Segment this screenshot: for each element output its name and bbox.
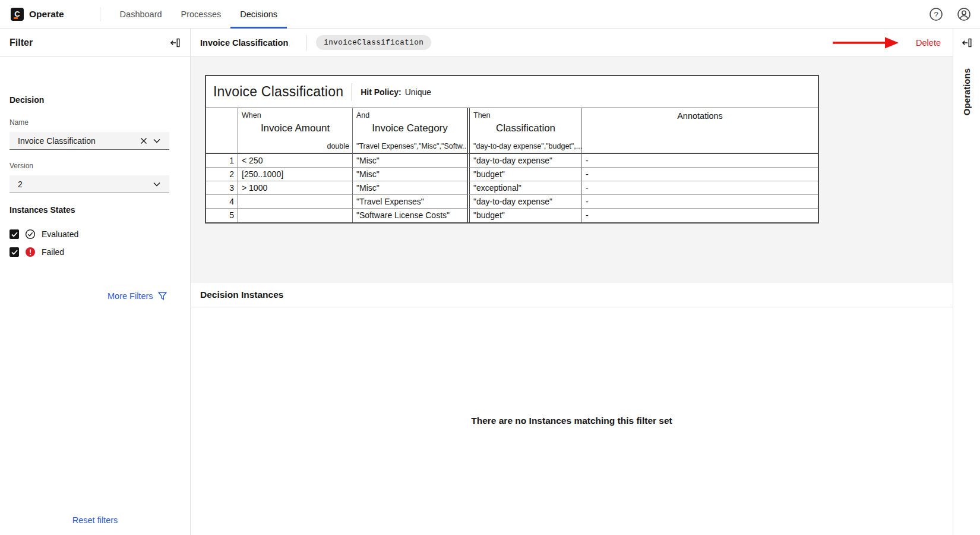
input-column-label: Invoice Category	[353, 122, 467, 134]
failed-status-icon	[25, 247, 36, 257]
topnav-right-icons: ?	[928, 6, 980, 22]
expand-operations-panel-button[interactable]	[960, 36, 973, 49]
dmn-cell-classification[interactable]: "budget"	[467, 209, 582, 222]
nav-divider	[100, 7, 100, 21]
dmn-title-row: Invoice Classification Hit Policy: Uniqu…	[206, 76, 818, 108]
user-profile-icon[interactable]	[956, 6, 972, 22]
dmn-cell-annotation[interactable]: -	[582, 195, 818, 209]
nav-tabs: Dashboard Processes Decisions	[110, 0, 287, 29]
state-row-evaluated: Evaluated	[10, 228, 78, 241]
dmn-output-header-classification: Then Classification "day-to-day expense"…	[467, 108, 582, 154]
dmn-cell-annotation[interactable]: -	[582, 168, 818, 181]
dmn-cell-invoice-category[interactable]: "Software License Costs"	[353, 209, 467, 222]
help-icon[interactable]: ?	[928, 6, 944, 22]
filter-panel: Filter Decision Name Invoice Classificat…	[0, 29, 191, 535]
decision-instances-title: Decision Instances	[200, 289, 283, 300]
more-filters-label: More Filters	[108, 291, 153, 301]
hit-policy-label: Hit Policy:	[361, 87, 401, 97]
dmn-index-header-cell	[206, 108, 238, 154]
failed-checkbox[interactable]	[10, 247, 19, 257]
reset-filters-container: Reset filters	[0, 515, 190, 525]
tab-processes[interactable]: Processes	[172, 0, 231, 29]
annotations-column-label: Annotations	[582, 111, 818, 121]
decision-instances-header: Decision Instances	[191, 283, 953, 307]
dmn-table-title: Invoice Classification	[213, 84, 343, 100]
dmn-rule-number[interactable]: 1	[206, 154, 238, 168]
state-row-failed: Failed	[10, 246, 64, 259]
rule-keyword: Then	[473, 111, 491, 119]
dmn-cell-classification[interactable]: "budget"	[467, 168, 582, 181]
dmn-cell-annotation[interactable]: -	[582, 181, 818, 195]
operations-panel-title: Operations	[962, 68, 972, 115]
filter-funnel-icon	[158, 292, 167, 300]
dmn-cell-invoice-amount[interactable]: [250..1000]	[238, 168, 353, 181]
name-field-label: Name	[10, 118, 29, 127]
dmn-annotations-header: Annotations	[582, 108, 818, 154]
version-value: 2	[18, 180, 150, 189]
filter-panel-body: Decision Name Invoice Classification Ver…	[0, 57, 190, 535]
chevron-down-icon[interactable]	[150, 134, 163, 147]
dmn-input-header-invoice-amount: When Invoice Amount double	[238, 108, 353, 154]
output-column-label: Classification	[470, 122, 581, 134]
input-values-label: "Travel Expenses","Misc","Softw...	[356, 142, 466, 150]
more-filters-link[interactable]: More Filters	[108, 291, 167, 301]
collapse-filter-panel-button[interactable]	[169, 36, 182, 49]
dmn-decision-table: Invoice Classification Hit Policy: Uniqu…	[205, 75, 819, 224]
dmn-cell-invoice-amount[interactable]: > 1000	[238, 181, 353, 195]
input-column-label: Invoice Amount	[238, 122, 352, 134]
dmn-cell-classification[interactable]: "exceptional"	[467, 181, 582, 195]
delete-button[interactable]: Delete	[916, 38, 941, 48]
version-field-label: Version	[10, 162, 33, 170]
rule-keyword: When	[242, 111, 261, 119]
decision-header: Invoice Classification invoiceClassifica…	[191, 29, 953, 57]
dmn-cell-annotation[interactable]: -	[582, 154, 818, 168]
reset-filters-link[interactable]: Reset filters	[72, 515, 118, 525]
filter-panel-title: Filter	[10, 37, 33, 48]
logo-letter: C	[14, 10, 20, 18]
instances-states-heading: Instances States	[10, 205, 75, 215]
dmn-cell-invoice-category[interactable]: "Travel Expenses"	[353, 195, 467, 209]
hit-policy-value: Unique	[405, 87, 431, 97]
dmn-rule-number[interactable]: 2	[206, 168, 238, 181]
evaluated-label: Evaluated	[42, 229, 78, 239]
dmn-cell-invoice-amount[interactable]: < 250	[238, 154, 353, 168]
empty-state-message: There are no Instances matching this fil…	[471, 416, 672, 426]
decision-title: Invoice Classification	[200, 38, 288, 48]
annotation-arrow-icon	[833, 35, 899, 51]
dmn-rule-number[interactable]: 4	[206, 195, 238, 209]
top-navigation-bar: C Operate Dashboard Processes Decisions …	[0, 0, 980, 29]
dmn-cell-invoice-category[interactable]: "Misc"	[353, 154, 467, 168]
dmn-cell-invoice-amount[interactable]	[238, 195, 353, 209]
decision-name-value: Invoice Classification	[18, 136, 137, 146]
dmn-cell-invoice-amount[interactable]	[238, 209, 353, 222]
filter-panel-header: Filter	[0, 29, 190, 57]
app-brand-name: Operate	[29, 9, 64, 20]
evaluated-checkbox[interactable]	[10, 229, 19, 239]
dmn-rule-number[interactable]: 3	[206, 181, 238, 195]
chevron-down-icon[interactable]	[150, 178, 163, 191]
main-content: Invoice Classification invoiceClassifica…	[191, 29, 953, 535]
decision-viewport: Invoice Classification Hit Policy: Uniqu…	[191, 57, 953, 283]
dmn-title-divider	[352, 83, 352, 101]
dmn-cell-invoice-category[interactable]: "Misc"	[353, 168, 467, 181]
decision-id-badge: invoiceClassification	[316, 35, 431, 50]
operations-panel-collapsed: Operations	[953, 29, 980, 535]
output-values-label: "day-to-day expense","budget",...	[473, 142, 582, 150]
clear-selection-icon[interactable]	[137, 134, 150, 147]
decision-name-select[interactable]: Invoice Classification	[10, 132, 169, 150]
dmn-rule-number[interactable]: 5	[206, 209, 238, 222]
decision-instances-body: There are no Instances matching this fil…	[191, 307, 953, 534]
dmn-cell-classification[interactable]: "day-to-day expense"	[467, 154, 582, 168]
version-select[interactable]: 2	[10, 175, 169, 193]
tab-dashboard[interactable]: Dashboard	[110, 0, 172, 29]
dmn-cell-annotation[interactable]: -	[582, 209, 818, 222]
dmn-cell-invoice-category[interactable]: "Misc"	[353, 181, 467, 195]
failed-label: Failed	[42, 247, 64, 257]
decision-section-heading: Decision	[10, 95, 44, 105]
rule-keyword: And	[356, 111, 369, 119]
evaluated-status-icon	[25, 229, 36, 240]
svg-text:?: ?	[934, 10, 938, 18]
tab-decisions[interactable]: Decisions	[230, 0, 287, 29]
dmn-cell-classification[interactable]: "day-to-day expense"	[467, 195, 582, 209]
dmn-input-header-invoice-category: And Invoice Category "Travel Expenses","…	[353, 108, 467, 154]
